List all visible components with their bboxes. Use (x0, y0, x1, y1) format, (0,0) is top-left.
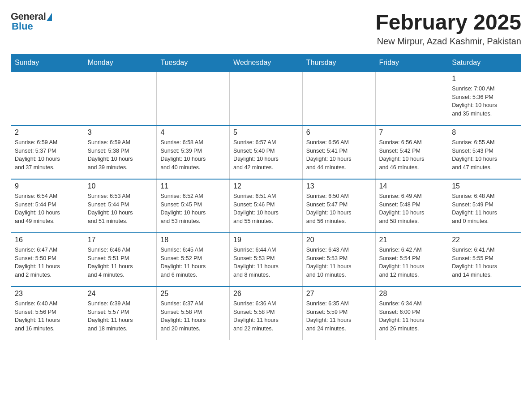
title-block: February 2025 New Mirpur, Azad Kashmir, … (375, 11, 521, 47)
weekday-header-sunday: Sunday (11, 54, 84, 72)
weekday-header-tuesday: Tuesday (157, 54, 230, 72)
calendar-cell: 26Sunrise: 6:36 AMSunset: 5:58 PMDayligh… (230, 287, 303, 340)
weekday-header-monday: Monday (84, 54, 157, 72)
calendar-cell: 14Sunrise: 6:49 AMSunset: 5:48 PMDayligh… (375, 179, 448, 233)
calendar-body: 1Sunrise: 7:00 AMSunset: 5:36 PMDaylight… (11, 72, 521, 340)
day-number: 3 (88, 128, 153, 137)
calendar-cell: 7Sunrise: 6:56 AMSunset: 5:42 PMDaylight… (375, 125, 448, 179)
calendar-week-5: 23Sunrise: 6:40 AMSunset: 5:56 PMDayligh… (11, 287, 521, 340)
day-info: Sunrise: 6:57 AMSunset: 5:40 PMDaylight:… (233, 138, 299, 172)
day-number: 20 (306, 236, 372, 244)
calendar-cell: 8Sunrise: 6:55 AMSunset: 5:43 PMDaylight… (448, 125, 521, 179)
logo: General Blue (11, 11, 52, 32)
day-number: 27 (306, 290, 372, 298)
day-info: Sunrise: 6:56 AMSunset: 5:41 PMDaylight:… (306, 138, 372, 172)
calendar-cell: 24Sunrise: 6:39 AMSunset: 5:57 PMDayligh… (84, 287, 157, 340)
day-number: 14 (379, 182, 445, 190)
day-info: Sunrise: 6:56 AMSunset: 5:42 PMDaylight:… (379, 138, 445, 172)
calendar-cell: 2Sunrise: 6:59 AMSunset: 5:37 PMDaylight… (11, 125, 84, 179)
calendar-cell: 20Sunrise: 6:43 AMSunset: 5:53 PMDayligh… (302, 233, 375, 287)
day-number: 26 (233, 290, 299, 298)
day-info: Sunrise: 6:45 AMSunset: 5:52 PMDaylight:… (160, 246, 226, 279)
day-number: 10 (88, 182, 153, 190)
calendar-week-2: 2Sunrise: 6:59 AMSunset: 5:37 PMDaylight… (11, 125, 521, 179)
day-info: Sunrise: 6:47 AMSunset: 5:50 PMDaylight:… (15, 246, 80, 279)
calendar-cell (11, 72, 84, 125)
weekday-header-thursday: Thursday (302, 54, 375, 72)
day-number: 28 (379, 290, 445, 298)
calendar-cell: 25Sunrise: 6:37 AMSunset: 5:58 PMDayligh… (157, 287, 230, 340)
calendar-cell: 19Sunrise: 6:44 AMSunset: 5:53 PMDayligh… (230, 233, 303, 287)
calendar-cell (157, 72, 230, 125)
calendar-cell: 18Sunrise: 6:45 AMSunset: 5:52 PMDayligh… (157, 233, 230, 287)
calendar-cell: 12Sunrise: 6:51 AMSunset: 5:46 PMDayligh… (230, 179, 303, 233)
calendar-cell: 27Sunrise: 6:35 AMSunset: 5:59 PMDayligh… (302, 287, 375, 340)
day-number: 17 (88, 236, 153, 244)
day-info: Sunrise: 6:59 AMSunset: 5:37 PMDaylight:… (15, 138, 80, 172)
page-header: General Blue February 2025 New Mirpur, A… (11, 11, 521, 47)
calendar-week-1: 1Sunrise: 7:00 AMSunset: 5:36 PMDaylight… (11, 72, 521, 125)
day-number: 15 (452, 182, 517, 190)
day-info: Sunrise: 6:34 AMSunset: 6:00 PMDaylight:… (379, 300, 445, 333)
day-info: Sunrise: 6:59 AMSunset: 5:38 PMDaylight:… (88, 138, 153, 172)
day-info: Sunrise: 6:50 AMSunset: 5:47 PMDaylight:… (306, 192, 372, 226)
weekday-header-friday: Friday (375, 54, 448, 72)
day-number: 24 (88, 290, 153, 298)
day-info: Sunrise: 6:39 AMSunset: 5:57 PMDaylight:… (88, 300, 153, 333)
day-info: Sunrise: 6:35 AMSunset: 5:59 PMDaylight:… (306, 300, 372, 333)
weekday-header-saturday: Saturday (448, 54, 521, 72)
day-info: Sunrise: 6:49 AMSunset: 5:48 PMDaylight:… (379, 192, 445, 226)
day-number: 12 (233, 182, 299, 190)
day-number: 4 (160, 128, 226, 137)
logo-blue-text: Blue (11, 21, 33, 32)
day-info: Sunrise: 6:40 AMSunset: 5:56 PMDaylight:… (15, 300, 80, 333)
day-number: 1 (452, 75, 517, 83)
day-number: 11 (160, 182, 226, 190)
calendar-title: February 2025 (375, 11, 521, 34)
day-number: 16 (15, 236, 80, 244)
calendar-cell: 17Sunrise: 6:46 AMSunset: 5:51 PMDayligh… (84, 233, 157, 287)
calendar-cell: 13Sunrise: 6:50 AMSunset: 5:47 PMDayligh… (302, 179, 375, 233)
day-number: 22 (452, 236, 517, 244)
calendar-cell: 23Sunrise: 6:40 AMSunset: 5:56 PMDayligh… (11, 287, 84, 340)
day-info: Sunrise: 6:44 AMSunset: 5:53 PMDaylight:… (233, 246, 299, 279)
calendar-cell: 28Sunrise: 6:34 AMSunset: 6:00 PMDayligh… (375, 287, 448, 340)
calendar-cell: 15Sunrise: 6:48 AMSunset: 5:49 PMDayligh… (448, 179, 521, 233)
calendar-week-3: 9Sunrise: 6:54 AMSunset: 5:44 PMDaylight… (11, 179, 521, 233)
day-number: 6 (306, 128, 372, 137)
day-number: 7 (379, 128, 445, 137)
day-info: Sunrise: 6:43 AMSunset: 5:53 PMDaylight:… (306, 246, 372, 279)
day-number: 9 (15, 182, 80, 190)
day-info: Sunrise: 6:37 AMSunset: 5:58 PMDaylight:… (160, 300, 226, 333)
calendar-cell: 16Sunrise: 6:47 AMSunset: 5:50 PMDayligh… (11, 233, 84, 287)
calendar-cell: 21Sunrise: 6:42 AMSunset: 5:54 PMDayligh… (375, 233, 448, 287)
day-number: 25 (160, 290, 226, 298)
day-number: 19 (233, 236, 299, 244)
day-info: Sunrise: 6:58 AMSunset: 5:39 PMDaylight:… (160, 138, 226, 172)
calendar-week-4: 16Sunrise: 6:47 AMSunset: 5:50 PMDayligh… (11, 233, 521, 287)
day-info: Sunrise: 6:52 AMSunset: 5:45 PMDaylight:… (160, 192, 226, 226)
day-info: Sunrise: 6:46 AMSunset: 5:51 PMDaylight:… (88, 246, 153, 279)
weekday-header-wednesday: Wednesday (230, 54, 303, 72)
day-info: Sunrise: 6:54 AMSunset: 5:44 PMDaylight:… (15, 192, 80, 226)
day-number: 8 (452, 128, 517, 137)
day-number: 23 (15, 290, 80, 298)
calendar-cell (448, 287, 521, 340)
calendar-cell: 4Sunrise: 6:58 AMSunset: 5:39 PMDaylight… (157, 125, 230, 179)
day-info: Sunrise: 6:53 AMSunset: 5:44 PMDaylight:… (88, 192, 153, 226)
calendar-table: SundayMondayTuesdayWednesdayThursdayFrid… (11, 54, 521, 341)
day-number: 13 (306, 182, 372, 190)
day-number: 21 (379, 236, 445, 244)
calendar-cell: 22Sunrise: 6:41 AMSunset: 5:55 PMDayligh… (448, 233, 521, 287)
calendar-cell (230, 72, 303, 125)
calendar-cell: 11Sunrise: 6:52 AMSunset: 5:45 PMDayligh… (157, 179, 230, 233)
calendar-cell: 10Sunrise: 6:53 AMSunset: 5:44 PMDayligh… (84, 179, 157, 233)
calendar-subtitle: New Mirpur, Azad Kashmir, Pakistan (375, 36, 521, 47)
calendar-header: SundayMondayTuesdayWednesdayThursdayFrid… (11, 54, 521, 72)
calendar-cell: 1Sunrise: 7:00 AMSunset: 5:36 PMDaylight… (448, 72, 521, 125)
day-info: Sunrise: 6:41 AMSunset: 5:55 PMDaylight:… (452, 246, 517, 279)
calendar-cell: 6Sunrise: 6:56 AMSunset: 5:41 PMDaylight… (302, 125, 375, 179)
calendar-cell: 3Sunrise: 6:59 AMSunset: 5:38 PMDaylight… (84, 125, 157, 179)
calendar-cell (84, 72, 157, 125)
logo-triangle-icon (47, 13, 52, 21)
